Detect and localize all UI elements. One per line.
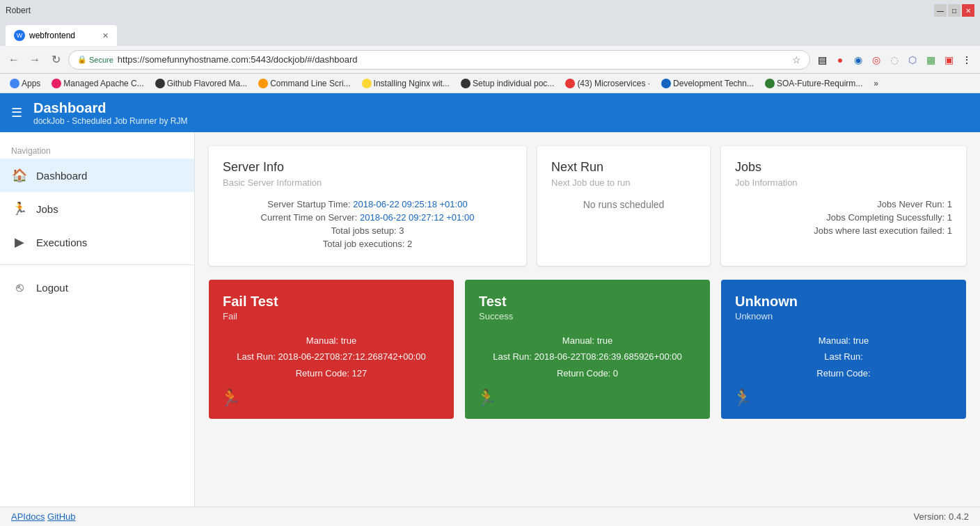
next-run-subtitle: Next Job due to run (551, 177, 696, 188)
user-label: Robert (6, 6, 31, 15)
bookmark-microservices[interactable]: (43) Microservices · (561, 77, 654, 90)
footer-links: APIdocs GitHub (11, 511, 76, 522)
server-info-body: Server Startup Time: 2018-06-22 09:25:18… (223, 199, 512, 249)
hamburger-menu-icon[interactable]: ☰ (11, 105, 22, 120)
secure-label: Secure (89, 56, 113, 64)
total-executions-value: 2 (407, 239, 412, 249)
maximize-button[interactable]: □ (948, 4, 961, 17)
job-tile-unknown[interactable]: Unknown Unknown Manual: true Last Run: R… (721, 280, 966, 419)
job-tile-test[interactable]: Test Success Manual: true Last Run: 2018… (465, 280, 710, 419)
bookmark-command-line[interactable]: Command Line Scri... (254, 77, 354, 90)
minimize-button[interactable]: — (934, 4, 947, 17)
unknown-manual: Manual: true (735, 333, 952, 349)
jobs-completing-value: 1 (947, 212, 952, 223)
tab-close-button[interactable]: ✕ (102, 31, 109, 40)
jobs-card-title: Jobs (735, 160, 952, 175)
unknown-status: Unknown (735, 311, 952, 321)
bookmark-more[interactable]: » (869, 77, 883, 90)
microservices-icon (565, 79, 575, 88)
test-status: Success (479, 311, 696, 321)
next-run-title: Next Run (551, 160, 696, 175)
bookmark-setup-individual[interactable]: Setup individual poc... (457, 77, 558, 90)
bookmark-installing-nginx[interactable]: Installing Nginx wit... (358, 77, 454, 90)
github-icon (155, 79, 165, 88)
toolbar-icons: ▤ ● ◉ ◎ ◌ ⬡ ▦ ▣ ⋮ (814, 52, 974, 67)
nav-divider (0, 264, 194, 265)
jobs-failed-value: 1 (947, 225, 952, 236)
sidebar-item-dashboard-label: Dashboard (36, 170, 87, 182)
fail-test-return-code: Return Code: 127 (223, 365, 440, 381)
test-return-code: Return Code: 0 (479, 365, 696, 381)
test-title: Test (479, 294, 696, 310)
extension-icon-6[interactable]: ▦ (923, 52, 938, 67)
extension-icon-5[interactable]: ⬡ (905, 52, 920, 67)
bookmark-setup-label: Setup individual poc... (473, 79, 554, 88)
back-button[interactable]: ← (6, 51, 22, 68)
header-title-block: Dashboard dockJob - Scheduled Job Runner… (33, 100, 187, 126)
star-icon[interactable]: ☆ (792, 54, 801, 65)
fail-test-last-run: Last Run: 2018-06-22T08:27:12.268742+00:… (223, 349, 440, 365)
sidebar-item-logout[interactable]: ⎋ Logout (0, 271, 194, 304)
bookmark-managed-apache-label: Managed Apache C... (63, 79, 143, 88)
startup-time-value: 2018-06-22 09:25:18 +01:00 (353, 199, 467, 209)
unknown-return-code: Return Code: (735, 365, 952, 381)
bookmark-github-flavored[interactable]: Github Flavored Ma... (151, 77, 251, 90)
total-jobs-label: Total jobs setup: (331, 225, 397, 236)
jobs-info-card: Jobs Job Information Jobs Never Run: 1 J… (721, 146, 966, 266)
cast-icon[interactable]: ▤ (814, 52, 830, 67)
current-time-label: Current Time on Server: (261, 212, 358, 223)
test-manual: Manual: true (479, 333, 696, 349)
app-body: Navigation 🏠 Dashboard 🏃 Jobs ▶ Executio… (0, 132, 980, 507)
jobs-never-run-stat: Jobs Never Run: 1 (735, 199, 952, 209)
main-content: Server Info Basic Server Information Ser… (195, 132, 980, 507)
extension-icon-1[interactable]: ● (832, 52, 848, 67)
jobs-never-run-value: 1 (947, 199, 952, 209)
active-tab[interactable]: W webfrontend ✕ (6, 25, 117, 46)
sidebar-item-jobs[interactable]: 🏃 Jobs (0, 192, 194, 225)
github-link[interactable]: GitHub (47, 511, 75, 522)
sidebar-item-jobs-label: Jobs (36, 203, 58, 215)
secure-badge: 🔒 Secure (77, 55, 113, 64)
total-executions-label: Total job executions: (323, 239, 405, 249)
api-docs-link[interactable]: APIdocs (11, 511, 45, 522)
info-cards-row: Server Info Basic Server Information Ser… (209, 146, 966, 266)
close-button[interactable]: ✕ (962, 4, 974, 17)
reload-button[interactable]: ↻ (47, 51, 64, 68)
extension-icon-3[interactable]: ◎ (869, 52, 884, 67)
forward-button[interactable]: → (26, 51, 43, 68)
bookmark-more-label: » (874, 79, 878, 88)
bookmark-apps-label: Apps (22, 79, 40, 88)
extension-icon-2[interactable]: ◉ (851, 52, 866, 67)
current-time-value: 2018-06-22 09:27:12 +01:00 (360, 212, 474, 223)
server-info-subtitle: Basic Server Information (223, 177, 512, 188)
address-box[interactable]: 🔒 Secure https://somefunnyhostname.com:5… (68, 50, 810, 70)
apps-icon (10, 79, 19, 88)
logout-icon: ⎋ (11, 279, 28, 296)
sidebar-item-dashboard[interactable]: 🏠 Dashboard (0, 159, 194, 192)
sidebar-item-executions-label: Executions (36, 237, 87, 248)
extension-icon-7[interactable]: ▣ (941, 52, 956, 67)
bookmark-soa[interactable]: SOA-Future-Requirm... (761, 77, 867, 90)
bookmark-dev-tech[interactable]: Development Techn... (657, 77, 758, 90)
extension-icon-4[interactable]: ◌ (887, 52, 902, 67)
home-icon: 🏠 (11, 167, 28, 184)
jobs-completing-stat: Jobs Completing Sucessfully: 1 (735, 212, 952, 223)
command-icon (258, 79, 268, 88)
title-bar: Robert — □ ✕ (0, 0, 980, 21)
fail-test-info: Manual: true Last Run: 2018-06-22T08:27:… (223, 333, 440, 381)
version-label: Version: 0.4.2 (914, 511, 970, 522)
fail-test-title: Fail Test (223, 294, 440, 310)
bookmark-managed-apache[interactable]: Managed Apache C... (47, 77, 148, 90)
job-tile-fail-test[interactable]: Fail Test Fail Manual: true Last Run: 20… (209, 280, 454, 419)
job-tiles-row: Fail Test Fail Manual: true Last Run: 20… (209, 280, 966, 419)
soa-icon (765, 79, 775, 88)
fail-test-status: Fail (223, 311, 440, 321)
bookmark-apps[interactable]: Apps (6, 77, 45, 90)
jobs-card-subtitle: Job Information (735, 177, 952, 188)
bookmarks-bar: Apps Managed Apache C... Github Flavored… (0, 74, 980, 93)
managed-apache-icon (52, 79, 61, 88)
more-options-button[interactable]: ⋮ (959, 52, 974, 67)
address-bar: ← → ↻ 🔒 Secure https://somefunnyhostname… (0, 46, 980, 74)
sidebar-item-executions[interactable]: ▶ Executions (0, 225, 194, 259)
jobs-never-run-label: Jobs Never Run: (877, 199, 945, 209)
